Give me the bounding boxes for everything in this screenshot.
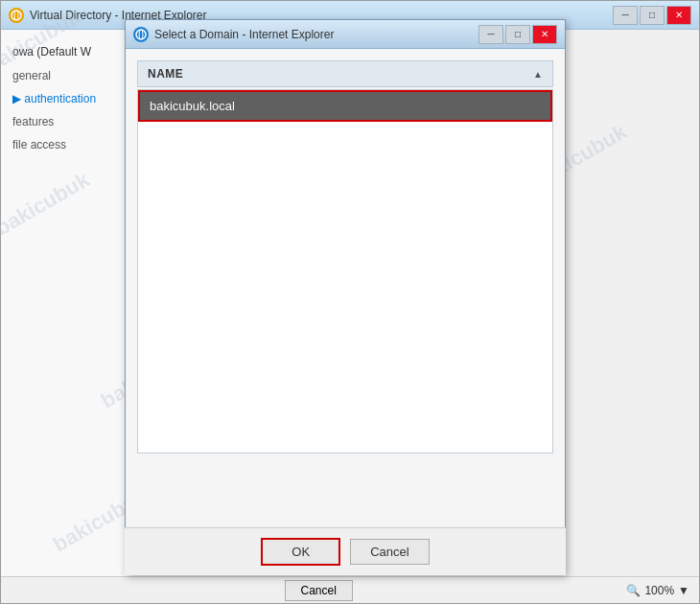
bg-sidebar: owa (Default W general authentication fe…	[1, 30, 135, 603]
table-row-selected[interactable]: bakicubuk.local	[138, 90, 552, 122]
bg-restore-button[interactable]: □	[640, 6, 665, 25]
dialog-titlebar-buttons: ─ □ ✕	[478, 25, 557, 44]
domain-name-cell: bakicubuk.local	[150, 99, 235, 113]
bg-close-button[interactable]: ✕	[666, 6, 691, 25]
dialog-title: Select a Domain - Internet Explorer	[154, 28, 478, 41]
zoom-level: 100%	[644, 584, 674, 597]
table-header[interactable]: NAME ▲	[137, 60, 553, 87]
dialog-minimize-button[interactable]: ─	[478, 25, 503, 44]
dialog-ie-icon	[133, 27, 149, 42]
zoom-info: 🔍 100% ▼	[626, 584, 689, 597]
dialog-overlay: Select a Domain - Internet Explorer ─ □ …	[125, 19, 566, 575]
bg-titlebar-buttons: ─ □ ✕	[613, 6, 691, 25]
zoom-icon: 🔍	[626, 584, 641, 597]
sort-arrow-icon: ▲	[533, 69, 543, 80]
dialog-restore-button[interactable]: □	[505, 25, 530, 44]
svg-point-1	[14, 11, 18, 20]
bg-bottom-bar: Cancel 🔍 100% ▼	[1, 576, 699, 603]
dialog-footer: OK Cancel	[125, 527, 566, 575]
svg-point-2	[136, 30, 146, 39]
dialog-close-button[interactable]: ✕	[532, 25, 557, 44]
zoom-dropdown-icon[interactable]: ▼	[678, 584, 689, 597]
svg-point-3	[139, 30, 143, 39]
sidebar-item-general[interactable]: general	[1, 64, 134, 87]
dialog-ok-button[interactable]: OK	[261, 538, 340, 566]
column-name-header: NAME	[148, 67, 183, 81]
table-empty-area	[138, 122, 552, 448]
sidebar-item-authentication[interactable]: authentication	[1, 87, 134, 110]
sidebar-item-features[interactable]: features	[1, 110, 134, 133]
dialog-window: Select a Domain - Internet Explorer ─ □ …	[125, 19, 566, 575]
dialog-titlebar: Select a Domain - Internet Explorer ─ □ …	[126, 20, 565, 49]
bg-minimize-button[interactable]: ─	[613, 6, 638, 25]
bg-cancel-button[interactable]: Cancel	[285, 580, 353, 601]
table-body: bakicubuk.local	[137, 89, 553, 453]
dialog-cancel-button[interactable]: Cancel	[350, 539, 429, 565]
sidebar-title: owa (Default W	[1, 39, 134, 64]
bg-ie-icon	[9, 8, 24, 23]
sidebar-item-file-access[interactable]: file access	[1, 133, 134, 156]
dialog-content: NAME ▲ bakicubuk.local	[126, 49, 565, 526]
svg-point-0	[12, 11, 21, 20]
